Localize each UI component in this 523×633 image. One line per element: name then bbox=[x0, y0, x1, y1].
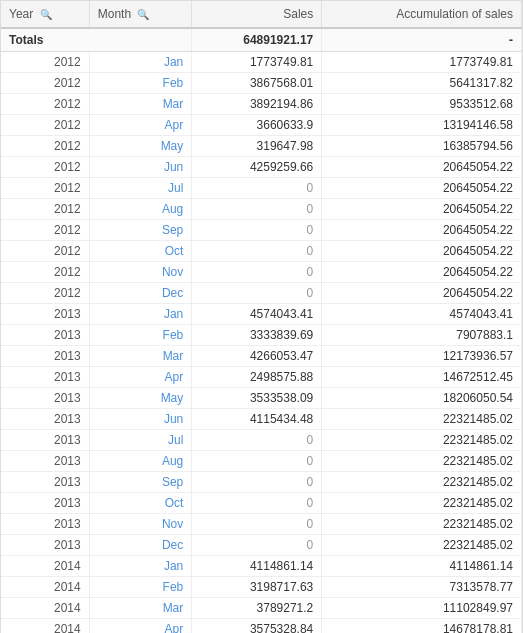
accum-cell: 18206050.54 bbox=[322, 388, 522, 409]
year-cell: 2013 bbox=[1, 535, 89, 556]
year-cell: 2012 bbox=[1, 157, 89, 178]
month-cell: Apr bbox=[89, 367, 192, 388]
sales-cell: 0 bbox=[192, 241, 322, 262]
accum-cell: 20645054.22 bbox=[322, 241, 522, 262]
accum-cell: 20645054.22 bbox=[322, 262, 522, 283]
accum-cell: 22321485.02 bbox=[322, 514, 522, 535]
table-row: 2012Dec020645054.22 bbox=[1, 283, 522, 304]
sales-cell: 4266053.47 bbox=[192, 346, 322, 367]
accum-cell: 20645054.22 bbox=[322, 283, 522, 304]
accum-cell: 14678178.81 bbox=[322, 619, 522, 634]
table-row: 2013Aug022321485.02 bbox=[1, 451, 522, 472]
year-cell: 2012 bbox=[1, 220, 89, 241]
table-row: 2012Nov020645054.22 bbox=[1, 262, 522, 283]
month-cell: Dec bbox=[89, 283, 192, 304]
year-cell: 2012 bbox=[1, 115, 89, 136]
totals-row: Totals 64891921.17 - bbox=[1, 28, 522, 52]
sales-cell: 0 bbox=[192, 178, 322, 199]
accum-cell: 20645054.22 bbox=[322, 178, 522, 199]
sales-cell: 4259259.66 bbox=[192, 157, 322, 178]
month-search-icon[interactable]: 🔍 bbox=[137, 9, 149, 20]
year-column-header: Year 🔍 bbox=[1, 1, 89, 28]
month-cell: Mar bbox=[89, 598, 192, 619]
accum-cell: 22321485.02 bbox=[322, 451, 522, 472]
accum-cell: 1773749.81 bbox=[322, 52, 522, 73]
year-cell: 2012 bbox=[1, 73, 89, 94]
table-row: 2013Jun4115434.4822321485.02 bbox=[1, 409, 522, 430]
year-cell: 2014 bbox=[1, 598, 89, 619]
accum-cell: 11102849.97 bbox=[322, 598, 522, 619]
accum-cell: 9533512.68 bbox=[322, 94, 522, 115]
totals-accum: - bbox=[322, 28, 522, 52]
accum-cell: 22321485.02 bbox=[322, 430, 522, 451]
year-cell: 2013 bbox=[1, 367, 89, 388]
year-cell: 2013 bbox=[1, 325, 89, 346]
table-row: 2012Jun4259259.6620645054.22 bbox=[1, 157, 522, 178]
sales-cell: 0 bbox=[192, 199, 322, 220]
table-row: 2013Apr2498575.8814672512.45 bbox=[1, 367, 522, 388]
totals-label: Totals bbox=[1, 28, 192, 52]
accum-cell: 20645054.22 bbox=[322, 199, 522, 220]
table-row: 2013Nov022321485.02 bbox=[1, 514, 522, 535]
sales-cell: 3198717.63 bbox=[192, 577, 322, 598]
table-row: 2012Oct020645054.22 bbox=[1, 241, 522, 262]
month-cell: Sep bbox=[89, 472, 192, 493]
month-cell: Jul bbox=[89, 430, 192, 451]
sales-column-header: Sales bbox=[192, 1, 322, 28]
month-cell: May bbox=[89, 136, 192, 157]
sales-cell: 3867568.01 bbox=[192, 73, 322, 94]
data-table: Year 🔍 Month 🔍 Sales Accumulation of sal… bbox=[1, 1, 522, 633]
accum-cell: 12173936.57 bbox=[322, 346, 522, 367]
month-cell: Mar bbox=[89, 94, 192, 115]
sales-cell: 0 bbox=[192, 220, 322, 241]
year-cell: 2014 bbox=[1, 556, 89, 577]
totals-sales: 64891921.17 bbox=[192, 28, 322, 52]
table-row: 2012May319647.9816385794.56 bbox=[1, 136, 522, 157]
sales-cell: 319647.98 bbox=[192, 136, 322, 157]
sales-cell: 3533538.09 bbox=[192, 388, 322, 409]
main-table-container: Year 🔍 Month 🔍 Sales Accumulation of sal… bbox=[0, 0, 523, 633]
month-cell: Feb bbox=[89, 73, 192, 94]
table-row: 2013Dec022321485.02 bbox=[1, 535, 522, 556]
month-cell: Aug bbox=[89, 451, 192, 472]
table-header-row: Year 🔍 Month 🔍 Sales Accumulation of sal… bbox=[1, 1, 522, 28]
month-cell: Jul bbox=[89, 178, 192, 199]
sales-cell: 0 bbox=[192, 262, 322, 283]
accum-column-header: Accumulation of sales bbox=[322, 1, 522, 28]
sales-cell: 3333839.69 bbox=[192, 325, 322, 346]
year-cell: 2013 bbox=[1, 388, 89, 409]
table-row: 2013Jul022321485.02 bbox=[1, 430, 522, 451]
sales-cell: 0 bbox=[192, 472, 322, 493]
table-row: 2013Sep022321485.02 bbox=[1, 472, 522, 493]
sales-cell: 4114861.14 bbox=[192, 556, 322, 577]
year-cell: 2012 bbox=[1, 52, 89, 73]
year-search-icon[interactable]: 🔍 bbox=[40, 9, 52, 20]
year-cell: 2014 bbox=[1, 577, 89, 598]
year-cell: 2013 bbox=[1, 346, 89, 367]
month-cell: Aug bbox=[89, 199, 192, 220]
accum-cell: 5641317.82 bbox=[322, 73, 522, 94]
accum-cell: 4574043.41 bbox=[322, 304, 522, 325]
year-cell: 2013 bbox=[1, 409, 89, 430]
sales-cell: 3789271.2 bbox=[192, 598, 322, 619]
table-row: 2012Jan1773749.811773749.81 bbox=[1, 52, 522, 73]
table-row: 2013Feb3333839.697907883.1 bbox=[1, 325, 522, 346]
table-row: 2013Jan4574043.414574043.41 bbox=[1, 304, 522, 325]
month-cell: Mar bbox=[89, 346, 192, 367]
year-cell: 2012 bbox=[1, 136, 89, 157]
sales-cell: 3660633.9 bbox=[192, 115, 322, 136]
accum-cell: 20645054.22 bbox=[322, 220, 522, 241]
accum-cell: 7313578.77 bbox=[322, 577, 522, 598]
accum-cell: 20645054.22 bbox=[322, 157, 522, 178]
month-cell: Feb bbox=[89, 577, 192, 598]
month-column-header: Month 🔍 bbox=[89, 1, 192, 28]
sales-cell: 4115434.48 bbox=[192, 409, 322, 430]
year-cell: 2013 bbox=[1, 304, 89, 325]
year-cell: 2013 bbox=[1, 451, 89, 472]
table-row: 2014Jan4114861.144114861.14 bbox=[1, 556, 522, 577]
sales-cell: 3892194.86 bbox=[192, 94, 322, 115]
sales-cell: 4574043.41 bbox=[192, 304, 322, 325]
month-cell: Sep bbox=[89, 220, 192, 241]
accum-cell: 22321485.02 bbox=[322, 535, 522, 556]
table-row: 2012Aug020645054.22 bbox=[1, 199, 522, 220]
